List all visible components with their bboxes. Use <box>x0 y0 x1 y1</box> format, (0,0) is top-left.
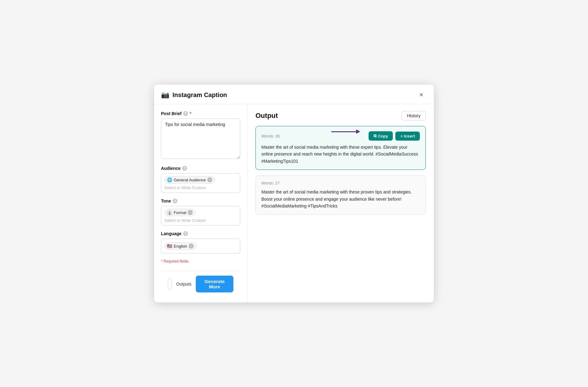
language-label: Language ? <box>161 231 240 236</box>
insert-button[interactable]: + Insert <box>395 132 420 141</box>
tone-chip-icon: 👔 <box>167 210 172 215</box>
card1-text: Master the art of social media marketing… <box>261 144 420 165</box>
bottom-bar: ▲ ▼ Outputs Generate More <box>161 271 240 297</box>
tone-tags-input[interactable]: 👔 Formal × Select or Write Custom <box>161 206 240 226</box>
copy-button[interactable]: ⧉ Copy <box>369 131 393 141</box>
outputs-label: Outputs <box>176 282 191 287</box>
audience-label: Audience ? <box>161 166 240 171</box>
modal-title: Instagram Caption <box>172 91 227 99</box>
card1-top-row: Words: 26 ⧉ Copy + Insert <box>261 131 420 141</box>
post-brief-required-star: * <box>190 111 191 116</box>
generate-more-button[interactable]: Generate More <box>196 276 233 292</box>
language-chip-icon: 🇺🇸 <box>167 244 172 249</box>
outputs-stepper[interactable]: ▲ ▼ <box>168 278 172 290</box>
language-chip-text: English <box>174 244 187 249</box>
output-card-2: Words: 27 Master the art of social media… <box>255 175 426 215</box>
card2-text: Master the art of social media marketing… <box>261 189 420 209</box>
output-card-1: Words: 26 ⧉ Copy + Insert Master the art… <box>255 126 426 170</box>
copy-icon: ⧉ <box>374 133 376 138</box>
audience-chip-text: General Audience <box>174 178 206 182</box>
tone-chip-text: Formal <box>174 210 186 215</box>
audience-help-icon[interactable]: ? <box>182 166 187 171</box>
tone-placeholder: Select or Write Custom <box>164 218 206 223</box>
tone-label: Tone ? <box>161 198 240 203</box>
output-title: Output <box>255 112 278 120</box>
audience-tags-input[interactable]: 🌐 General Audience × Select or Write Cus… <box>161 173 240 193</box>
tone-chip-remove[interactable]: × <box>188 210 193 215</box>
audience-chip-remove[interactable]: × <box>207 177 212 182</box>
left-fields: Post Brief ? * Audience ? 🌐 <box>161 111 240 264</box>
audience-placeholder: Select or Write Custom <box>164 185 206 190</box>
card2-words: Words: 27 <box>261 181 280 185</box>
output-header: Output History <box>255 111 426 120</box>
card2-top-row: Words: 27 <box>261 181 420 185</box>
modal-body: Post Brief ? * Audience ? 🌐 <box>154 104 434 302</box>
tone-section: Tone ? 👔 Formal × Select or Write Custom <box>161 198 240 226</box>
language-chip: 🇺🇸 English × <box>164 242 196 250</box>
card1-words: Words: 26 <box>261 134 280 138</box>
left-panel: Post Brief ? * Audience ? 🌐 <box>154 104 247 302</box>
language-help-icon[interactable]: ? <box>183 231 188 236</box>
audience-chip: 🌐 General Audience × <box>164 176 215 184</box>
instagram-caption-modal: 📷 Instagram Caption × Post Brief ? * <box>154 85 434 302</box>
right-panel: Output History Words: 26 ⧉ Copy <box>247 104 434 302</box>
history-button[interactable]: History <box>402 111 426 120</box>
outputs-value[interactable] <box>168 282 172 287</box>
post-brief-section: Post Brief ? * <box>161 111 240 160</box>
audience-chip-icon: 🌐 <box>167 177 172 182</box>
audience-section: Audience ? 🌐 General Audience × Select o… <box>161 166 240 193</box>
post-brief-label: Post Brief ? * <box>161 111 240 116</box>
instagram-icon: 📷 <box>161 91 169 99</box>
title-row: 📷 Instagram Caption <box>161 91 227 99</box>
tone-help-icon[interactable]: ? <box>172 198 177 203</box>
tone-chip: 👔 Formal × <box>164 209 195 216</box>
language-chip-remove[interactable]: × <box>189 244 194 249</box>
modal-header: 📷 Instagram Caption × <box>154 85 434 104</box>
language-tags-input[interactable]: 🇺🇸 English × <box>161 239 240 254</box>
card1-actions: ⧉ Copy + Insert <box>369 131 420 141</box>
post-brief-textarea[interactable] <box>161 119 240 159</box>
language-section: Language ? 🇺🇸 English × <box>161 231 240 254</box>
post-brief-help-icon[interactable]: ? <box>183 111 188 116</box>
required-note: * Required fields. <box>161 259 240 263</box>
close-button[interactable]: × <box>417 90 425 100</box>
